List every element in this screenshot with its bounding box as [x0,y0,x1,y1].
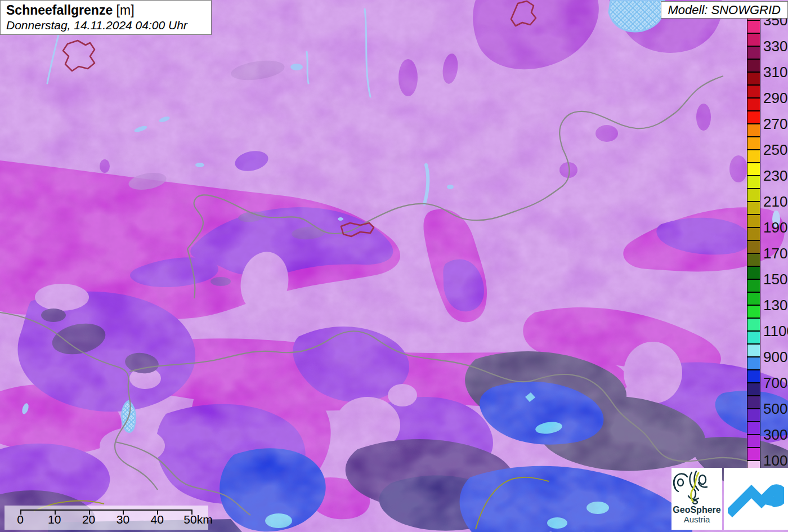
title-unit: [m] [117,3,135,17]
colorbar-cell-3200 [747,46,760,59]
scalebar-tick-label: 40 [151,513,164,526]
colorbar-cell-1800 [747,227,760,240]
colorbar-cell-2600 [747,124,760,137]
geosphere-wordmark: GeoSphere [671,505,722,515]
colorbar-cell-2000 [747,202,760,214]
colorbar-tick-label: 2300 [763,167,788,185]
map-canvas [0,0,788,532]
colorbar-cell-1300 [747,292,760,305]
colorbar-cell-3000 [747,72,760,85]
model-badge: Modell: SNOWGRID [661,1,788,19]
scalebar-tick-label: 10 [48,513,61,526]
colorbar-cell-200 [747,435,760,448]
colorbar-cell-2200 [747,176,760,189]
colorbar-tick-label: 700 [763,374,787,392]
colorbar-cell-1900 [747,214,760,227]
colorbar-tick-label: 2900 [763,90,788,107]
colorbar-cell-3100 [747,59,760,72]
colorbar-cell-500 [747,396,760,409]
snowline-colorbar [747,7,762,473]
colorbar-cell-800 [747,357,760,370]
title-box: Schneefallgrenze [m] Donnerstag, 14.11.2… [0,0,212,35]
colorbar-cell-1600 [747,253,760,266]
colorbar-cell-1100 [747,318,760,331]
scalebar-tick-label: 30 [117,513,129,526]
colorbar-cell-2400 [747,150,760,163]
colorbar-cell-700 [747,370,760,383]
colorbar-cell-2800 [747,98,760,111]
colorbar-cell-300 [747,422,760,435]
scalebar-line [20,509,191,511]
colorbar-cell-2900 [747,85,760,98]
colorbar-cell-1000 [747,331,760,344]
colorbar-tick-label: 1500 [763,271,788,288]
colorbar-cell-3300 [747,33,760,46]
colorbar-cell-2300 [747,163,760,176]
colorbar-cell-1700 [747,240,760,253]
colorbar-tick-label: 1300 [763,297,788,314]
colorbar-tick-label: 2500 [763,141,788,159]
colorbar-tick-label: 1900 [763,219,788,236]
scalebar-tick-label: 20 [82,513,95,526]
colorbar-tick-label: 2700 [763,115,788,133]
colorbar-cell-1500 [747,266,760,279]
snowgrid-map: SchongauBad TölzRosenheimKemptenMurnau a… [0,0,788,532]
colorbar-tick-label: 3300 [763,38,788,55]
colorbar-tick-label: 500 [763,400,787,418]
relief-texture-dark [0,0,788,532]
colorbar-cell-100 [747,448,760,461]
colorbar-tick-label: 2100 [763,193,788,211]
title-parameter: Schneefallgrenze [6,3,113,17]
geosphere-country: Austria [671,515,722,524]
colorbar-cell-3400 [747,20,760,33]
colorbar-tick-label: 100 [763,452,787,470]
scalebar-tick-label: 50km [183,513,212,526]
colorbar-cell-900 [747,344,760,357]
colorbar-cell-2100 [747,189,760,202]
colorbar-cell-600 [747,383,760,396]
colorbar-cell-400 [747,409,760,422]
colorbar-cell-1400 [747,279,760,292]
colorbar-cell-2500 [747,137,760,150]
colorbar-tick-label: 300 [763,426,787,444]
map-scalebar: 01020304050km [5,506,208,530]
colorbar-tick-label: 1100 [763,323,788,340]
colorbar-tick-label: 3100 [763,64,788,81]
partner-logo-icon [728,473,784,524]
colorbar-tick-label: 1700 [763,245,788,262]
geosphere-contours-icon [671,470,709,505]
geosphere-logo: GeoSphere Austria [671,468,722,530]
colorbar-cell-1200 [747,305,760,318]
colorbar-tick-label: 900 [763,348,787,366]
partner-logo [724,468,788,530]
scalebar-tick-label: 0 [17,513,24,526]
page-title: Schneefallgrenze [m] [6,3,205,18]
valid-datetime: Donnerstag, 14.11.2024 04:00 Uhr [6,19,205,32]
colorbar-cell-2700 [747,111,760,124]
